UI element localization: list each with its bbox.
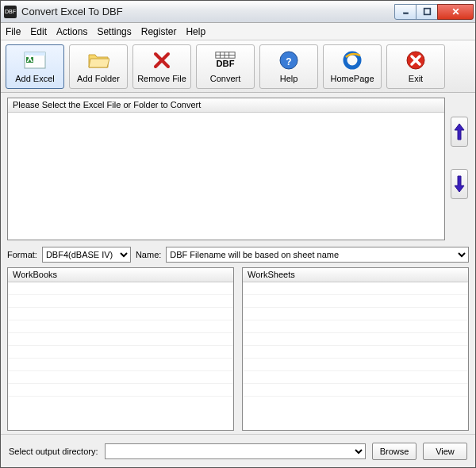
menu-settings[interactable]: Settings (97, 26, 131, 37)
remove-file-label: Remove File (137, 74, 186, 83)
window-controls (395, 4, 474, 20)
svg-rect-1 (424, 9, 430, 15)
workbooks-rows (8, 282, 233, 430)
file-panel: Please Select the Excel File or Folder t… (7, 98, 469, 240)
window-title: Convert Excel To DBF (21, 6, 123, 17)
svg-text:?: ? (286, 56, 291, 67)
menu-file[interactable]: File (6, 26, 21, 37)
file-list[interactable]: Please Select the Excel File or Folder t… (7, 98, 445, 240)
app-icon: DBF (4, 6, 17, 18)
help-label: Help (280, 74, 298, 83)
add-excel-label: Add Excel (15, 74, 55, 83)
worksheets-rows (243, 282, 468, 430)
format-select[interactable]: DBF4(dBASE IV) (42, 247, 131, 263)
file-list-header: Please Select the Excel File or Folder t… (8, 98, 444, 113)
folder-icon (87, 49, 109, 71)
exit-icon (405, 49, 427, 71)
toolbar: X Add Excel Add Folder Remove File DBF C… (1, 40, 475, 93)
output-directory-select[interactable] (105, 443, 366, 459)
format-row: Format: DBF4(dBASE IV) Name: DBF Filenam… (7, 247, 469, 263)
convert-button[interactable]: DBF Convert (196, 44, 255, 89)
minimize-button[interactable] (394, 4, 416, 20)
help-button[interactable]: ? Help (259, 44, 318, 89)
move-up-button[interactable] (451, 117, 468, 147)
view-button[interactable]: View (423, 443, 467, 460)
add-folder-button[interactable]: Add Folder (69, 44, 128, 89)
output-label: Select output directory: (9, 447, 98, 456)
homepage-label: HomePage (330, 74, 374, 83)
help-icon: ? (278, 49, 300, 71)
lists-row: WorkBooks WorkSheets (7, 267, 469, 431)
worksheets-header: WorkSheets (243, 268, 468, 282)
app-window: DBF Convert Excel To DBF File Edit Actio… (0, 0, 476, 468)
name-label: Name: (136, 250, 161, 259)
ie-icon (341, 49, 363, 71)
browse-button[interactable]: Browse (372, 443, 416, 460)
menu-edit[interactable]: Edit (30, 26, 47, 37)
workbooks-header: WorkBooks (8, 268, 233, 282)
titlebar: DBF Convert Excel To DBF (1, 1, 475, 23)
move-down-button[interactable] (451, 169, 468, 199)
dbf-icon: DBF (214, 49, 236, 71)
svg-text:X: X (26, 53, 33, 64)
excel-icon: X (24, 49, 46, 71)
close-button[interactable] (437, 4, 474, 20)
format-label: Format: (7, 250, 37, 259)
menu-register[interactable]: Register (141, 26, 177, 37)
add-folder-label: Add Folder (77, 74, 120, 83)
convert-label: Convert (210, 74, 241, 83)
exit-label: Exit (409, 74, 423, 83)
homepage-button[interactable]: HomePage (323, 44, 382, 89)
menubar: File Edit Actions Settings Register Help (1, 23, 475, 40)
add-excel-button[interactable]: X Add Excel (6, 44, 64, 89)
content-area: Please Select the Excel File or Folder t… (1, 93, 475, 434)
footer: Select output directory: Browse View (1, 434, 475, 467)
maximize-button[interactable] (416, 4, 438, 20)
exit-button[interactable]: Exit (386, 44, 445, 89)
remove-file-button[interactable]: Remove File (132, 44, 191, 89)
reorder-arrows (450, 98, 469, 240)
file-list-body (8, 113, 444, 240)
worksheets-list[interactable]: WorkSheets (242, 267, 469, 431)
remove-icon (151, 49, 173, 71)
svg-text:DBF: DBF (217, 59, 235, 68)
menu-actions[interactable]: Actions (56, 26, 87, 37)
menu-help[interactable]: Help (186, 26, 205, 37)
workbooks-list[interactable]: WorkBooks (7, 267, 234, 431)
name-select[interactable]: DBF Filename will be based on sheet name (166, 247, 469, 263)
